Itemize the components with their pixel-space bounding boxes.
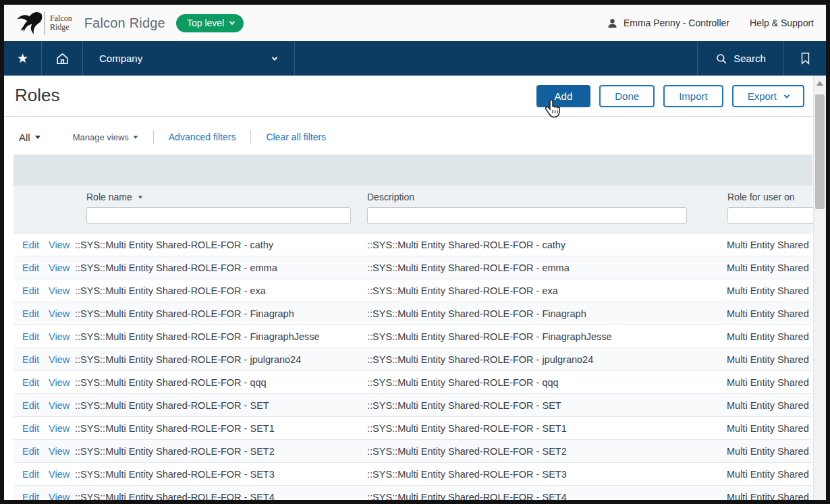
sort-descending-icon [138,196,142,198]
brand-name: Falcon Ridge [84,16,165,31]
description-cell: ::SYS::Multi Entity Shared-ROLE-FOR - SE… [364,469,715,480]
user-icon [607,18,618,29]
user-menu[interactable]: Emma Penny - Controller [607,18,729,29]
description-cell: ::SYS::Multi Entity Shared-ROLE-FOR - SE… [364,400,715,411]
role-for-user-on-cell: Multi Entity Shared [715,331,812,342]
view-link[interactable]: View [49,285,70,296]
view-link[interactable]: View [49,354,70,365]
table-row: Edit View ::SYS::Multi Entity Shared-ROL… [13,256,812,279]
role-for-user-on-cell: Multi Entity Shared [715,240,812,250]
scrollbar-thumb[interactable] [815,94,825,209]
filter-divider [153,130,154,144]
edit-link[interactable]: Edit [22,400,39,411]
view-link[interactable]: View [49,446,70,457]
edit-link[interactable]: Edit [22,446,39,457]
page-content: Roles Add Done Import Export [4,76,826,500]
home-icon [55,51,70,66]
edit-link[interactable]: Edit [22,262,39,273]
role-for-user-on-cell: Multi Entity Shared [715,308,812,319]
chevron-down-icon [229,19,235,24]
view-link[interactable]: View [49,262,70,273]
chevron-down-icon [272,55,277,60]
falcon-logo-icon [15,10,43,36]
table-body: Edit View ::SYS::Multi Entity Shared-ROL… [13,233,812,500]
logo-wordmark: Falcon Ridge [50,14,72,32]
title-divider [4,116,826,117]
table-row: Edit View ::SYS::Multi Entity Shared-ROL… [13,463,812,486]
nav-menu-company[interactable]: Company [83,41,295,76]
role-name-cell: ::SYS::Multi Entity Shared-ROLE-FOR - SE… [74,469,364,480]
role-for-user-on-cell: Multi Entity Shared [715,354,812,365]
nav-spacer [295,41,698,76]
role-name-cell: ::SYS::Multi Entity Shared-ROLE-FOR - SE… [74,492,364,501]
role-for-user-on-cell: Multi Entity Shared [715,446,812,457]
description-filter-input[interactable] [367,207,687,224]
role-name-column-header[interactable]: Role name [86,192,364,202]
view-link[interactable]: View [49,377,70,388]
view-link[interactable]: View [49,469,70,480]
entity-selector-pill[interactable]: Top level [176,14,244,32]
role-for-user-on-filter-input[interactable] [727,207,821,224]
export-button-label: Export [748,90,777,102]
filter-bar: All Manage views Advanced filters Clear … [19,130,826,144]
home-button[interactable] [42,41,83,76]
vertical-scrollbar[interactable] [813,76,826,500]
role-for-user-on-column-header[interactable]: Role for user on [727,192,812,202]
description-column-header[interactable]: Description [367,192,715,202]
favorites-button[interactable]: ★ [4,41,42,76]
table-row: Edit View ::SYS::Multi Entity Shared-ROL… [13,348,812,371]
edit-link[interactable]: Edit [22,354,39,365]
clear-all-filters-link[interactable]: Clear all filters [266,132,326,142]
page-title: Roles [15,85,59,106]
bookmarks-button[interactable] [784,41,826,76]
triangle-down-icon [133,136,138,138]
table-row: Edit View ::SYS::Multi Entity Shared-ROL… [13,371,812,394]
add-button[interactable]: Add [536,85,591,107]
view-link[interactable]: View [49,492,70,501]
role-for-user-on-cell: Multi Entity Shared [715,469,812,480]
role-name-column-label: Role name [86,192,132,202]
view-link[interactable]: View [49,308,70,319]
edit-link[interactable]: Edit [22,377,39,388]
view-selector-dropdown[interactable]: All [19,132,40,143]
role-name-filter-input[interactable] [86,207,351,224]
company-logo: Falcon Ridge [15,10,72,36]
view-link[interactable]: View [49,331,70,342]
edit-link[interactable]: Edit [22,492,39,501]
edit-link[interactable]: Edit [22,285,39,296]
search-button[interactable]: Search [698,41,784,76]
app-window: Falcon Ridge Falcon Ridge Top level Emma… [4,5,826,500]
description-cell: ::SYS::Multi Entity Shared-ROLE-FOR - Fi… [364,308,715,319]
view-link[interactable]: View [49,400,70,411]
description-column-label: Description [367,192,414,202]
edit-link[interactable]: Edit [22,469,39,480]
help-support-link[interactable]: Help & Support [750,18,814,28]
role-for-user-on-cell: Multi Entity Shared [715,285,812,296]
table-row: Edit View ::SYS::Multi Entity Shared-ROL… [13,302,812,325]
edit-link[interactable]: Edit [22,331,39,342]
search-icon [715,53,727,65]
view-link[interactable]: View [49,423,70,434]
star-icon: ★ [17,51,28,66]
import-button[interactable]: Import [663,85,723,107]
view-link[interactable]: View [49,240,70,250]
manage-views-dropdown[interactable]: Manage views [73,132,138,142]
actions-column-header [13,192,74,224]
done-button[interactable]: Done [599,85,655,107]
advanced-filters-link[interactable]: Advanced filters [169,132,236,142]
table-row: Edit View ::SYS::Multi Entity Shared-ROL… [13,394,812,417]
filter-divider [250,130,251,144]
logo-word-line2: Ridge [50,23,72,32]
scroll-up-arrow-icon[interactable] [817,81,823,86]
triangle-down-icon [35,136,40,139]
edit-link[interactable]: Edit [22,240,39,250]
edit-link[interactable]: Edit [22,423,39,434]
edit-link[interactable]: Edit [22,308,39,319]
role-name-cell: ::SYS::Multi Entity Shared-ROLE-FOR - jp… [74,354,364,365]
user-name-label: Emma Penny - Controller [624,18,729,28]
export-button[interactable]: Export [732,85,804,107]
role-name-cell: ::SYS::Multi Entity Shared-ROLE-FOR - qq… [74,377,364,388]
logo-divider [45,11,45,34]
entity-pill-label: Top level [187,18,224,28]
description-cell: ::SYS::Multi Entity Shared-ROLE-FOR - SE… [364,423,715,434]
